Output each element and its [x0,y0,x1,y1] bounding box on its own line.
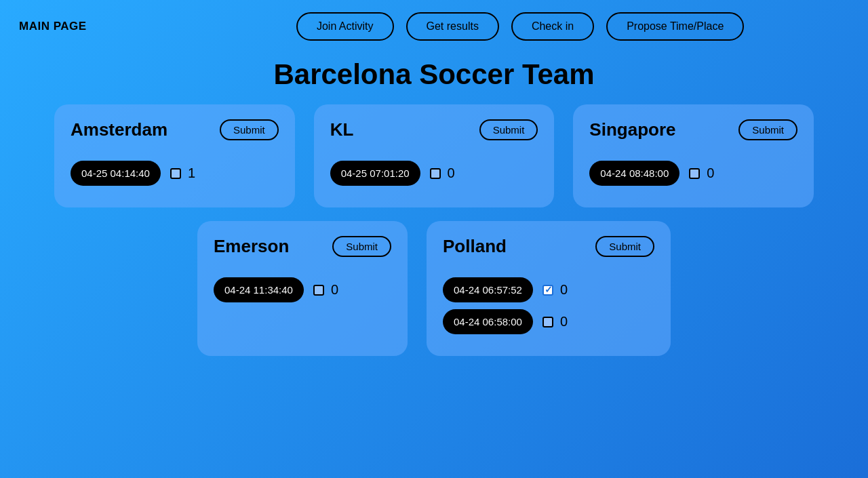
card-kl-title: KL [330,119,354,140]
card-polland-title: Polland [443,236,507,257]
card-singapore-title: Singapore [589,119,675,140]
singapore-entry-0: 04-24 08:48:00 0 [589,161,797,186]
kl-timestamp-0: 04-25 07:01:20 [330,161,420,186]
polland-checkbox-area-1: 0 [542,314,568,330]
card-amsterdam-title: Amsterdam [71,119,167,140]
card-emerson-title: Emerson [214,236,289,257]
amsterdam-checkbox-area-0: 1 [170,165,195,181]
polland-timestamp-1: 04-24 06:58:00 [443,309,533,334]
card-polland-header: Polland Submit [443,236,654,257]
kl-checkbox-0[interactable] [430,168,441,179]
amsterdam-entry-0: 04-25 04:14:40 1 [71,161,279,186]
amsterdam-checkbox-0[interactable] [170,168,181,179]
card-polland: Polland Submit 04-24 06:57:52 0 04-24 06… [427,221,671,356]
main-page-label: MAIN PAGE [19,20,87,33]
card-kl: KL Submit 04-25 07:01:20 0 [314,104,555,207]
card-singapore-header: Singapore Submit [589,119,797,140]
singapore-checkbox-area-0: 0 [689,165,714,181]
cards-row-2: Emerson Submit 04-24 11:34:40 0 Polland … [54,221,814,356]
amsterdam-submit-button[interactable]: Submit [220,119,279,140]
card-emerson: Emerson Submit 04-24 11:34:40 0 [197,221,408,356]
polland-checkbox-area-0: 0 [542,282,568,298]
amsterdam-timestamp-0: 04-25 04:14:40 [71,161,161,186]
emerson-timestamp-0: 04-24 11:34:40 [214,277,304,302]
polland-entry-1: 04-24 06:58:00 0 [443,309,654,334]
cards-container: Amsterdam Submit 04-25 04:14:40 1 KL Sub… [0,104,868,356]
kl-count-0: 0 [448,165,455,181]
emerson-checkbox-0[interactable] [313,285,324,296]
nav-buttons: Join Activity Get results Check in Propo… [296,12,744,41]
card-emerson-header: Emerson Submit [214,236,391,257]
header: MAIN PAGE Join Activity Get results Chec… [0,0,868,53]
emerson-entry-0: 04-24 11:34:40 0 [214,277,391,302]
card-kl-header: KL Submit [330,119,538,140]
cards-row-1: Amsterdam Submit 04-25 04:14:40 1 KL Sub… [54,104,814,207]
emerson-checkbox-area-0: 0 [313,282,338,298]
get-results-button[interactable]: Get results [406,12,499,41]
singapore-count-0: 0 [707,165,714,181]
kl-checkbox-area-0: 0 [430,165,455,181]
polland-checkbox-1[interactable] [542,317,553,327]
page-title: Barcelona Soccer Team [0,58,868,91]
card-amsterdam: Amsterdam Submit 04-25 04:14:40 1 [54,104,295,207]
polland-count-0: 0 [560,282,568,298]
emerson-count-0: 0 [331,282,338,298]
card-amsterdam-header: Amsterdam Submit [71,119,279,140]
polland-checkbox-0[interactable] [542,285,553,296]
polland-entry-0: 04-24 06:57:52 0 [443,277,654,302]
propose-time-place-button[interactable]: Propose Time/Place [606,12,744,41]
singapore-checkbox-0[interactable] [689,168,700,179]
polland-submit-button[interactable]: Submit [595,236,654,257]
polland-timestamp-0: 04-24 06:57:52 [443,277,533,302]
emerson-submit-button[interactable]: Submit [332,236,391,257]
singapore-submit-button[interactable]: Submit [738,119,797,140]
polland-count-1: 0 [560,314,568,330]
check-in-button[interactable]: Check in [511,12,594,41]
amsterdam-count-0: 1 [188,165,195,181]
singapore-timestamp-0: 04-24 08:48:00 [589,161,679,186]
kl-entry-0: 04-25 07:01:20 0 [330,161,538,186]
join-activity-button[interactable]: Join Activity [296,12,394,41]
kl-submit-button[interactable]: Submit [479,119,538,140]
card-singapore: Singapore Submit 04-24 08:48:00 0 [573,104,814,207]
